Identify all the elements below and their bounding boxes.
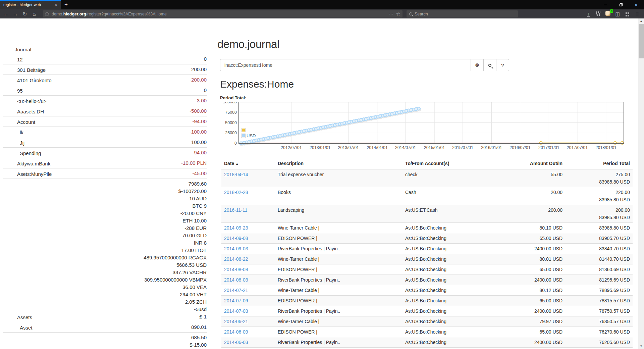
table-row[interactable]: 2014-08-22Wine-Tarner Cable |As:US:Bo:Ch…: [221, 254, 633, 264]
reload-icon[interactable]: ↻: [20, 11, 30, 17]
table-row[interactable]: 2014-07-21Wine-Tarner Cable |As:US:Bo:Ch…: [221, 285, 633, 296]
browser-search-bar[interactable]: Search: [407, 10, 518, 17]
table-row[interactable]: 2014-09-03RiverBank Properties | Payin..…: [221, 244, 633, 254]
account-link[interactable]: 95: [3, 88, 23, 94]
account-link[interactable]: Aaasets:DH: [3, 109, 44, 115]
table-row[interactable]: 2018-04-14Trial expense vouchercheck55.0…: [221, 169, 633, 187]
table-row[interactable]: 2014-06-09EDISON POWER |As:US:Bo:Checkin…: [221, 327, 633, 337]
col-header-description[interactable]: Description: [275, 158, 402, 169]
account-link[interactable]: Asets:MunyPile: [3, 171, 52, 177]
new-tab-button[interactable]: +: [61, 0, 71, 9]
table-row[interactable]: 2014-07-03RiverBank Properties | Payin..…: [221, 306, 633, 316]
chart-canvas[interactable]: 02500050000750001000002012/07/012013/01/…: [220, 102, 626, 151]
account-cell: As:US:Bo:Checking: [402, 306, 503, 316]
table-row[interactable]: 2014-07-09EDISON POWER |As:US:Bo:Checkin…: [221, 296, 633, 306]
transaction-date-link[interactable]: 2014-07-09: [224, 298, 248, 303]
library-icon[interactable]: [593, 11, 603, 17]
table-row[interactable]: 2016-11-11LandscapingAs:US:ET:Cash200.00…: [221, 205, 633, 223]
browser-tab[interactable]: register - hledger-web ×: [0, 0, 61, 9]
account-link[interactable]: Assets: [3, 314, 32, 320]
sidebar-account-row: 950: [3, 85, 207, 95]
page-scrollbar[interactable]: ▲ ▼: [638, 18, 644, 349]
account-balance: 0: [204, 55, 207, 63]
transaction-date-link[interactable]: 2014-08-03: [224, 277, 248, 283]
account-link[interactable]: <u>hello</u>: [3, 98, 47, 104]
table-row[interactable]: 2014-08-08EDISON POWER |As:US:Bo:Checkin…: [221, 264, 633, 275]
table-row[interactable]: 2014-06-03RiverBank Properties | Payin..…: [221, 337, 633, 348]
url-domain: hledger.org: [63, 12, 86, 16]
col-header-date[interactable]: Date ▲: [221, 158, 275, 169]
bookmark-star-icon[interactable]: ☆: [396, 11, 400, 17]
balance-amount: -10.00 PLN: [181, 159, 207, 167]
col-header-period-total[interactable]: Period Total: [565, 158, 633, 169]
balance-amount: 5686.53 USD: [144, 261, 207, 269]
transaction-date-link[interactable]: 2014-06-21: [224, 319, 248, 324]
forward-icon[interactable]: →: [11, 11, 20, 17]
account-cell: As:US:Bo:Checking: [402, 316, 503, 327]
transaction-date-link[interactable]: 2014-06-09: [224, 329, 248, 335]
sidebar-toggle-icon[interactable]: ◫: [613, 11, 623, 17]
home-icon[interactable]: ⌂: [30, 11, 39, 17]
table-row[interactable]: 2014-09-08EDISON POWER |As:US:Bo:Checkin…: [221, 233, 633, 244]
transaction-date-link[interactable]: 2014-09-08: [224, 236, 248, 241]
minimize-button[interactable]: [598, 0, 613, 9]
table-row[interactable]: 2014-06-21Wine-Tarner Cable |As:US:Bo:Ch…: [221, 316, 633, 327]
tab-close-icon[interactable]: ×: [54, 2, 58, 7]
account-cell: As:US:Bo:Checking: [402, 285, 503, 296]
transaction-date-link[interactable]: 2014-09-23: [224, 225, 248, 231]
apps-grid-icon[interactable]: [623, 11, 632, 17]
url-bar[interactable]: i demo.hledger.org/register?q=inacct%3AE…: [43, 10, 402, 17]
search-button[interactable]: [484, 59, 496, 71]
table-row[interactable]: 2014-05-21Wine-Tarner Cable |As:US:Bo:Ch…: [221, 348, 633, 349]
transaction-date-link[interactable]: 2014-07-21: [224, 288, 248, 293]
close-button[interactable]: ×: [629, 0, 644, 9]
period-total-cell: 200.0083985.80 USD: [565, 205, 633, 223]
menu-hamburger-icon[interactable]: ≡: [632, 11, 642, 17]
page-actions-icon[interactable]: ⋯: [389, 11, 394, 16]
transaction-date-link[interactable]: 2014-06-03: [224, 340, 248, 345]
account-link[interactable]: Asset: [3, 325, 33, 331]
help-button[interactable]: ?: [496, 59, 509, 71]
query-input[interactable]: [220, 59, 471, 71]
col-header-amount[interactable]: Amount Out/In: [503, 158, 565, 169]
url-text[interactable]: demo.hledger.org/register?q=inacct%3AExp…: [52, 12, 387, 16]
journal-link[interactable]: Journal: [3, 47, 31, 53]
table-row[interactable]: 2014-08-03RiverBank Properties | Payin..…: [221, 275, 633, 285]
balance-amount: ETH 10.00: [144, 217, 207, 225]
search-form: ⊗ ?: [220, 59, 509, 71]
amount-cell: 65.00 USD: [503, 327, 565, 337]
sidebar-journal-row[interactable]: Journal: [3, 45, 207, 54]
account-link[interactable]: Account: [3, 119, 35, 125]
transaction-date-link[interactable]: 2014-07-03: [224, 308, 248, 314]
downloads-icon[interactable]: ↓: [584, 11, 593, 17]
table-row[interactable]: 2018-02-28BooksCash20.00220.0083985.80 U…: [221, 187, 633, 205]
minimize-icon: [604, 5, 607, 5]
scrollbar-thumb[interactable]: [639, 24, 644, 58]
scroll-up-arrow[interactable]: ▲: [638, 18, 644, 24]
transaction-date-link[interactable]: 2016-11-11: [224, 207, 248, 213]
scroll-down-arrow[interactable]: ▼: [638, 344, 644, 349]
account-link[interactable]: Aktywa:mBank: [3, 161, 50, 167]
extension-icon[interactable]: 0: [603, 11, 613, 17]
account-balance: 890.01: [191, 323, 207, 331]
col-header-account[interactable]: To/From Account(s): [402, 158, 503, 169]
date-cell: 2014-08-08: [221, 264, 275, 275]
account-link[interactable]: Jij: [3, 140, 24, 146]
transaction-date-link[interactable]: 2018-04-14: [224, 172, 248, 177]
restore-button[interactable]: [613, 0, 629, 9]
transaction-date-link[interactable]: 2014-09-03: [224, 246, 248, 251]
transaction-date-link[interactable]: 2014-08-22: [224, 256, 248, 262]
account-link[interactable]: 4101 Girokonto: [3, 78, 52, 84]
table-row[interactable]: 2014-09-23Wine-Tarner Cable |As:US:Bo:Ch…: [221, 223, 633, 233]
account-link[interactable]: 301 Beiträge: [3, 67, 46, 73]
legend-entry: USD: [241, 133, 256, 139]
period-total-cell: 83905.70 USD: [565, 233, 633, 244]
site-info-icon[interactable]: i: [45, 12, 49, 16]
transaction-date-link[interactable]: 2018-02-28: [224, 190, 248, 195]
account-link[interactable]: Spending: [3, 150, 41, 156]
account-link[interactable]: lk: [3, 130, 23, 136]
back-icon[interactable]: ←: [1, 11, 11, 17]
clear-query-button[interactable]: ⊗: [471, 59, 484, 71]
transaction-date-link[interactable]: 2014-08-08: [224, 267, 248, 272]
account-link[interactable]: 12: [3, 57, 23, 63]
